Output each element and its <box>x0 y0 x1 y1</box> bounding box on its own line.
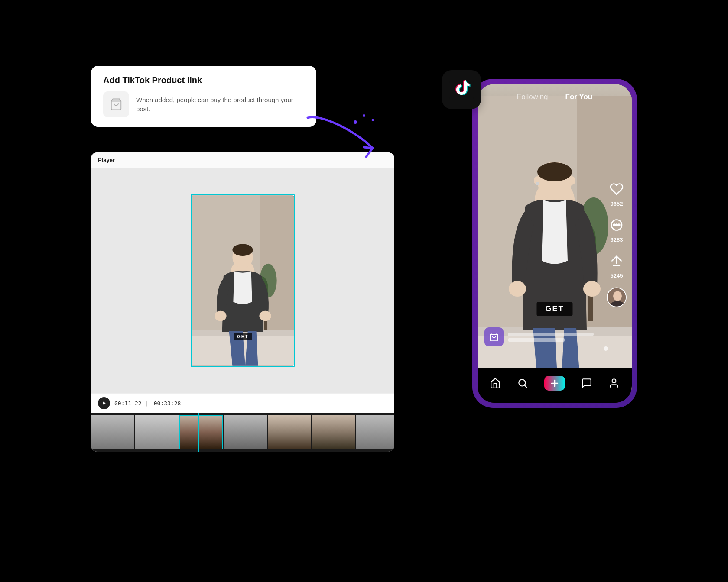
filmstrip-thumb <box>135 415 179 449</box>
comment-count: 6283 <box>611 236 623 243</box>
heart-icon <box>607 180 626 199</box>
play-button[interactable] <box>98 397 110 409</box>
svg-point-2 <box>363 114 365 117</box>
phone-inner: Following For You 9652 <box>478 84 632 403</box>
product-card-title: Add TikTok Product link <box>103 75 304 85</box>
product-card-body: When added, people can buy the product t… <box>103 91 304 117</box>
shop-icon-button[interactable] <box>484 327 504 346</box>
video-content: GET <box>192 195 294 366</box>
shop-text-line-2 <box>508 338 565 342</box>
svg-point-34 <box>616 224 618 226</box>
phone-shop-bar[interactable] <box>478 327 610 346</box>
resize-handle-br[interactable] <box>292 365 295 367</box>
person-in-editor <box>192 195 294 366</box>
filmstrip-thumb <box>356 415 394 449</box>
share-count: 5245 <box>611 272 623 279</box>
editor-body: GET <box>91 168 394 393</box>
filmstrip-thumb <box>224 415 267 449</box>
product-icon-box[interactable] <box>103 91 129 117</box>
get-label-editor: GET <box>234 333 252 340</box>
tab-following[interactable]: Following <box>517 93 548 101</box>
arrow-annotation <box>295 109 390 170</box>
svg-point-33 <box>614 224 615 226</box>
svg-point-13 <box>232 244 253 256</box>
time-separator: | <box>145 400 152 407</box>
phone-bottom-nav <box>478 368 632 403</box>
comment-button[interactable]: 6283 <box>607 216 626 243</box>
total-time: 00:33:28 <box>154 400 181 407</box>
get-badge-phone: GET <box>536 302 572 316</box>
filmstrip[interactable] <box>91 413 394 452</box>
shop-text-lines <box>508 333 603 342</box>
svg-point-15 <box>259 311 271 321</box>
share-icon <box>607 252 626 271</box>
avatar-button[interactable] <box>607 288 627 307</box>
time-display: 00:11:22 | 00:33:28 <box>114 399 181 407</box>
resize-handle-tr[interactable] <box>292 194 295 197</box>
phone-top-nav: Following For You <box>478 84 632 106</box>
nav-inbox[interactable] <box>581 378 592 389</box>
tab-for-you[interactable]: For You <box>566 93 593 101</box>
svg-point-30 <box>509 281 526 297</box>
shopping-bag-phone-icon <box>489 332 499 342</box>
svg-point-26 <box>537 162 572 181</box>
nav-home[interactable] <box>490 378 501 389</box>
comment-icon <box>607 216 626 235</box>
svg-point-3 <box>372 119 374 121</box>
current-time: 00:11:22 <box>114 400 142 407</box>
filmstrip-cursor <box>198 413 199 452</box>
svg-point-14 <box>214 311 227 321</box>
svg-point-1 <box>354 120 357 124</box>
tiktok-logo <box>442 70 481 109</box>
svg-point-29 <box>536 182 539 185</box>
filmstrip-thumb <box>91 415 134 449</box>
svg-point-35 <box>618 224 620 226</box>
shop-text-line-1 <box>508 333 594 336</box>
product-link-card: Add TikTok Product link When added, peop… <box>91 66 316 127</box>
tiktok-icon <box>449 78 474 102</box>
resize-handle-bl[interactable] <box>191 365 193 367</box>
svg-point-37 <box>613 291 622 301</box>
like-count: 9652 <box>611 200 623 207</box>
video-frame[interactable]: GET <box>191 194 295 367</box>
product-card-description: When added, people can buy the product t… <box>136 95 304 113</box>
svg-point-28 <box>569 176 575 185</box>
nav-search[interactable] <box>517 378 528 389</box>
filmstrip-thumb <box>268 415 311 449</box>
like-button[interactable]: 9652 <box>607 180 626 207</box>
nav-create[interactable] <box>544 376 565 391</box>
svg-point-40 <box>612 379 616 383</box>
filmstrip-thumb-active <box>179 415 223 449</box>
svg-rect-41 <box>449 78 474 102</box>
svg-point-39 <box>519 379 526 386</box>
avatar <box>607 288 627 307</box>
nav-profile[interactable] <box>608 378 620 389</box>
svg-marker-16 <box>103 401 106 405</box>
share-button[interactable]: 5245 <box>607 252 626 279</box>
shopping-bag-icon <box>110 98 123 111</box>
editor-panel: Player <box>91 152 394 452</box>
filmstrip-thumb <box>312 415 355 449</box>
phone-mockup: Following For You 9652 <box>472 79 637 408</box>
progress-indicator <box>604 346 608 351</box>
phone-actions: 9652 6283 <box>607 180 627 307</box>
svg-point-31 <box>583 281 601 297</box>
create-button[interactable] <box>544 376 565 391</box>
timeline-bar: 00:11:22 | 00:33:28 <box>91 393 394 413</box>
